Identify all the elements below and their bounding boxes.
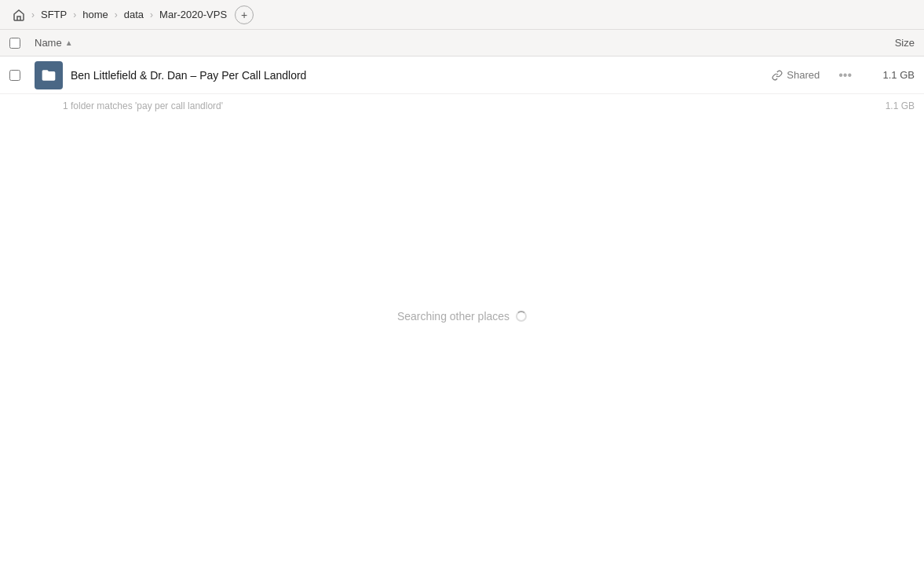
select-all-checkbox-container[interactable] bbox=[9, 38, 28, 49]
searching-area: Searching other places bbox=[0, 115, 924, 565]
separator-1: › bbox=[31, 9, 35, 20]
breadcrumb-bar: › SFTP › home › data › Mar-2020-VPS + bbox=[0, 0, 924, 30]
sort-arrow-icon: ▲ bbox=[65, 38, 73, 47]
loading-spinner bbox=[516, 311, 527, 322]
file-row[interactable]: Ben Littlefield & Dr. Dan – Pay Per Call… bbox=[0, 56, 924, 94]
main-container: › SFTP › home › data › Mar-2020-VPS + Na… bbox=[0, 0, 924, 565]
separator-3: › bbox=[115, 9, 118, 20]
column-header: Name ▲ Size bbox=[0, 30, 924, 56]
file-checkbox[interactable] bbox=[9, 70, 20, 81]
file-checkbox-container[interactable] bbox=[9, 70, 28, 81]
file-size-label: 1.1 GB bbox=[867, 69, 915, 81]
size-column-header: Size bbox=[852, 37, 915, 49]
file-more-button[interactable]: ••• bbox=[832, 65, 858, 86]
add-location-button[interactable]: + bbox=[235, 5, 254, 24]
match-info-row: 1 folder matches 'pay per call landlord'… bbox=[0, 94, 924, 115]
breadcrumb-home[interactable]: home bbox=[78, 6, 113, 23]
home-button[interactable] bbox=[8, 4, 30, 26]
select-all-checkbox[interactable] bbox=[9, 38, 20, 49]
shared-label: Shared bbox=[787, 69, 820, 81]
match-info-size: 1.1 GB bbox=[867, 100, 915, 111]
match-info-text: 1 folder matches 'pay per call landlord' bbox=[63, 100, 867, 111]
separator-4: › bbox=[150, 9, 153, 20]
file-shared-indicator: Shared bbox=[772, 69, 820, 81]
breadcrumb-mar-2020-vps[interactable]: Mar-2020-VPS bbox=[155, 6, 232, 23]
file-folder-icon bbox=[35, 61, 63, 89]
breadcrumb-sftp[interactable]: SFTP bbox=[36, 6, 71, 23]
content-area: Ben Littlefield & Dr. Dan – Pay Per Call… bbox=[0, 56, 924, 565]
file-name-label: Ben Littlefield & Dr. Dan – Pay Per Call… bbox=[71, 69, 772, 82]
name-column-label: Name bbox=[35, 37, 62, 49]
breadcrumb-data[interactable]: data bbox=[119, 6, 148, 23]
name-column-header[interactable]: Name ▲ bbox=[35, 37, 852, 49]
separator-2: › bbox=[73, 9, 76, 20]
searching-label: Searching other places bbox=[397, 310, 509, 323]
searching-other-places: Searching other places bbox=[397, 310, 527, 323]
